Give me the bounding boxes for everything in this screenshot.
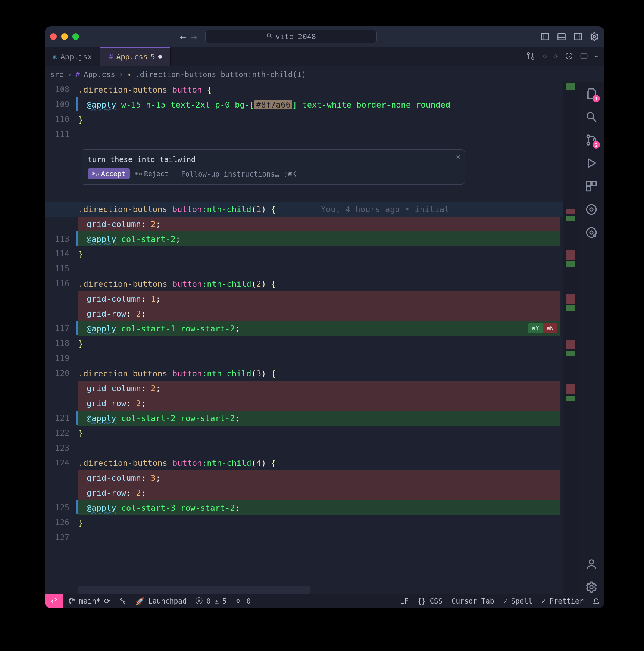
launchpad-label: Launchpad	[148, 597, 187, 605]
symbol-icon: ✦	[127, 70, 132, 79]
code-line[interactable]: }	[78, 515, 560, 530]
code-line[interactable]: @apply col-start-3 row-start-2;	[78, 500, 560, 515]
code-line[interactable]	[78, 530, 560, 545]
zoom-window-button[interactable]	[72, 33, 79, 40]
reject-label: Reject	[144, 170, 168, 178]
status-bar: main* ⟳ 🚀 Launchpad ⓧ0 ⚠5 ᯤ0 LF {}CSS Cu…	[45, 594, 604, 608]
gitlens-status[interactable]	[115, 597, 131, 605]
code-line[interactable]: .direction-buttons button:nth-child(2) {	[78, 276, 560, 291]
language-mode[interactable]: {}CSS	[413, 597, 447, 605]
code-line[interactable]: }	[78, 426, 560, 440]
code-line[interactable]: grid-row: 2;	[78, 396, 560, 411]
code-line[interactable]: }	[78, 336, 560, 351]
code-line[interactable]: grid-column: 3;	[78, 470, 560, 485]
close-window-button[interactable]	[50, 33, 57, 40]
settings-gear-icon[interactable]	[590, 32, 599, 41]
code-line[interactable]: grid-row: 2;	[78, 485, 560, 500]
reject-button[interactable]: ⌘⌫ Reject	[135, 170, 168, 178]
source-control-icon[interactable]: 2	[585, 134, 598, 146]
code-line[interactable]: .direction-buttons button:nth-child(3) {	[78, 366, 560, 381]
code-line[interactable]: .direction-buttons button {	[78, 82, 560, 97]
eol-button[interactable]: LF	[396, 597, 413, 605]
minimize-window-button[interactable]	[61, 33, 68, 40]
svg-point-31	[69, 602, 71, 604]
timeline-icon[interactable]	[565, 52, 573, 62]
problems-button[interactable]: ⓧ0 ⚠5	[191, 596, 231, 606]
diff-shortcut-pill[interactable]: ⌘Y⌘N	[528, 323, 557, 333]
code-line[interactable]	[78, 127, 560, 142]
crumb-file[interactable]: App.css	[84, 70, 115, 79]
close-icon[interactable]: ×	[456, 152, 461, 161]
crumb-symbol[interactable]: .direction-buttons button:nth-child(1)	[135, 70, 306, 79]
accept-button[interactable]: ⌘↵ Accept	[88, 168, 130, 179]
remote-button[interactable]	[45, 594, 63, 608]
compare-changes-icon[interactable]	[526, 52, 535, 62]
hash-icon: #	[109, 52, 113, 61]
explorer-icon[interactable]: 1	[585, 87, 598, 100]
launchpad-button[interactable]: 🚀 Launchpad	[131, 597, 191, 605]
code-line[interactable]: @apply col-start-2;	[78, 231, 560, 246]
tab-app-jsx[interactable]: ⚛ App.jsx	[45, 47, 100, 66]
svg-point-0	[267, 34, 271, 37]
svg-rect-21	[592, 181, 596, 186]
prettier-button[interactable]: ✓Prettier	[537, 597, 588, 605]
code-line[interactable]: @apply w-15 h-15 text-2xl p-0 bg-[#8f7a6…	[78, 97, 560, 112]
code-line[interactable]: @apply col-start-2 row-start-2;	[78, 411, 560, 426]
commit-nav-prev-icon[interactable]: ⟲	[542, 53, 547, 60]
code-line[interactable]: grid-column: 2;	[78, 381, 560, 396]
code-line[interactable]	[78, 261, 560, 276]
panel-right-icon[interactable]	[573, 32, 583, 41]
search-icon	[266, 32, 273, 41]
accept-kbd: ⌘↵	[92, 171, 99, 177]
minimap[interactable]	[563, 82, 578, 594]
nav-back-icon[interactable]: ←	[180, 31, 186, 43]
code-line[interactable]: .direction-buttons button:nth-child(4) {	[78, 455, 560, 470]
code-line[interactable]: .direction-buttons button:nth-child(1) {…	[78, 202, 560, 217]
notifications-icon[interactable]	[588, 597, 604, 605]
line-number: 118	[45, 336, 75, 351]
more-actions-icon[interactable]: ⋯	[595, 53, 598, 60]
accept-label: Accept	[101, 170, 125, 178]
svg-rect-4	[558, 33, 565, 40]
gitlens-graph-icon[interactable]	[585, 226, 598, 239]
tab-app-css[interactable]: # App.css 5	[100, 47, 170, 66]
code-line[interactable]: }	[78, 246, 560, 261]
spell-button[interactable]: ✓Spell	[498, 597, 537, 605]
cursor-tab-button[interactable]: Cursor Tab	[447, 597, 498, 605]
svg-rect-2	[541, 33, 549, 40]
search-icon[interactable]	[585, 110, 598, 123]
tab-label: App.css	[116, 52, 147, 61]
code-editor[interactable]: 1081091101111121131141151161171181191201…	[45, 82, 578, 594]
svg-point-29	[590, 586, 593, 589]
run-debug-icon[interactable]	[585, 157, 598, 169]
git-branch[interactable]: main* ⟳	[63, 597, 115, 605]
gitlens-icon[interactable]	[585, 203, 598, 216]
split-editor-icon[interactable]	[580, 52, 588, 62]
line-number: 115	[45, 261, 75, 276]
panel-bottom-icon[interactable]	[557, 32, 566, 41]
code-line[interactable]: grid-column: 1;	[78, 291, 560, 306]
dirty-indicator-icon	[158, 55, 162, 59]
account-icon[interactable]	[585, 558, 598, 570]
code-line[interactable]: grid-column: 2;	[78, 217, 560, 231]
nav-forward-icon[interactable]: →	[191, 31, 197, 43]
manage-gear-icon[interactable]	[585, 581, 598, 594]
code-line[interactable]: }	[78, 112, 560, 127]
editor-wrap: 1081091101111121131141151161171181191201…	[45, 82, 578, 594]
horizontal-scrollbar[interactable]	[78, 586, 310, 594]
commit-nav-next-icon[interactable]: ⟳	[553, 53, 558, 60]
command-center[interactable]: vite-2048	[205, 30, 377, 43]
sync-icon[interactable]: ⟳	[104, 597, 110, 605]
ports-button[interactable]: ᯤ0	[231, 597, 255, 605]
code-line[interactable]: grid-row: 2;	[78, 306, 560, 321]
code-line[interactable]	[78, 440, 560, 455]
svg-point-8	[593, 35, 596, 38]
panel-left-icon[interactable]	[540, 32, 550, 41]
explorer-badge: 1	[593, 95, 600, 102]
code-line[interactable]: @apply col-start-1 row-start-2;⌘Y⌘N	[78, 321, 560, 336]
follow-up-hint[interactable]: Follow-up instructions… ⇧⌘K	[181, 170, 296, 178]
extensions-icon[interactable]	[585, 180, 598, 193]
code-line[interactable]	[78, 351, 560, 366]
crumb-folder[interactable]: src	[50, 70, 63, 79]
line-number: 126	[45, 515, 75, 530]
